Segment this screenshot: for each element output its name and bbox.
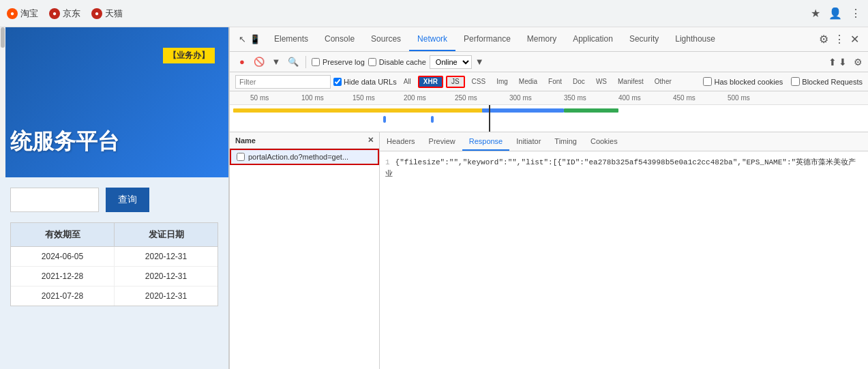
jd-icon: ● (49, 8, 60, 19)
request-list-pane: Name ✕ portalAction.do?method=get... (230, 132, 380, 369)
devtools-tabs: ↖ 📱 Elements Console Sources Network Per… (230, 27, 868, 52)
devtools-settings-icons: ⚙ ⋮ ✕ (819, 33, 865, 46)
search-row: 查询 (10, 188, 218, 212)
bookmark-tmall[interactable]: ● 天猫 (91, 8, 123, 20)
filter-doc-btn[interactable]: Doc (569, 76, 589, 88)
device-icon[interactable]: 📱 (250, 34, 260, 44)
filter-icon[interactable]: ▼ (269, 55, 283, 69)
col-issue-date: 发证日期 (115, 223, 218, 246)
record-button[interactable]: ● (235, 55, 249, 69)
filter-xhr-btn[interactable]: XHR (418, 76, 443, 88)
hide-data-urls-label[interactable]: Hide data URLs (333, 78, 397, 86)
tab-initiator[interactable]: Initiator (509, 132, 548, 151)
menu-icon[interactable]: ⋮ (850, 7, 861, 20)
tab-cookies[interactable]: Cookies (584, 132, 625, 151)
request-name-0: portalAction.do?method=get... (248, 153, 372, 161)
jd-label: 京东 (63, 8, 80, 20)
blocked-requests-checkbox[interactable] (791, 77, 800, 86)
bookmark-jd[interactable]: ● 京东 (49, 8, 80, 20)
has-blocked-checkbox[interactable] (703, 77, 712, 86)
tick-400ms: 400 ms (618, 94, 641, 102)
devtools-settings-icon[interactable]: ⚙ (819, 33, 828, 46)
filter-font-btn[interactable]: Font (544, 76, 566, 88)
filter-css-btn[interactable]: CSS (468, 76, 490, 88)
tab-network[interactable]: Network (409, 27, 455, 51)
tab-lighthouse[interactable]: Lighthouse (667, 27, 723, 51)
separator-1 (305, 56, 306, 68)
upload-icon[interactable]: ⬆ (828, 57, 837, 68)
cell-expiry-1: 2021-12-28 (11, 267, 115, 286)
page-title: 统服务平台 (10, 127, 119, 157)
tick-250ms: 250 ms (455, 94, 477, 102)
clear-button[interactable]: 🚫 (252, 55, 266, 69)
bookmark-star-icon[interactable]: ★ (811, 7, 820, 20)
tab-response[interactable]: Response (462, 132, 510, 151)
filter-ws-btn[interactable]: WS (592, 76, 611, 88)
tab-preview[interactable]: Preview (422, 132, 462, 151)
tick-100ms: 100 ms (301, 94, 324, 102)
time-marker (489, 105, 490, 132)
disable-cache-checkbox[interactable] (368, 58, 376, 66)
preserve-log-label[interactable]: Preserve log (312, 58, 365, 66)
search-button[interactable]: 查询 (106, 188, 149, 212)
tab-elements[interactable]: Elements (266, 27, 316, 51)
tab-application[interactable]: Application (565, 27, 621, 51)
request-item-0[interactable]: portalAction.do?method=get... (230, 149, 379, 165)
bookmark-taobao[interactable]: ● 淘宝 (7, 8, 38, 20)
tick-500ms: 500 ms (728, 94, 750, 102)
name-column-header: Name (235, 136, 256, 145)
timeline-bar-yellow (233, 108, 485, 113)
tab-timing[interactable]: Timing (548, 132, 584, 151)
close-panel-icon[interactable]: ✕ (368, 136, 374, 145)
filter-other-btn[interactable]: Other (650, 76, 676, 88)
scroll-thumb (1, 27, 5, 48)
filter-bar: Hide data URLs All XHR JS CSS Img Media … (230, 72, 868, 91)
devtools-panel: ↖ 📱 Elements Console Sources Network Per… (228, 27, 868, 369)
col-expiry: 有效期至 (11, 223, 115, 246)
page-header: 【业务办】 统服务平台 (0, 27, 228, 177)
search-input[interactable] (10, 188, 99, 212)
filter-media-btn[interactable]: Media (515, 76, 541, 88)
indicator-1 (383, 116, 386, 123)
header-badge: 【业务办】 (163, 48, 215, 63)
tab-performance[interactable]: Performance (455, 27, 519, 51)
tab-console[interactable]: Console (316, 27, 363, 51)
cell-expiry-0: 2024-06-05 (11, 247, 115, 266)
tick-450ms: 450 ms (673, 94, 695, 102)
search-icon[interactable]: 🔍 (286, 55, 300, 69)
profile-icon[interactable]: 👤 (828, 7, 842, 20)
filter-all-btn[interactable]: All (400, 76, 415, 88)
tab-headers[interactable]: Headers (380, 132, 422, 151)
blocked-requests-label[interactable]: Blocked Requests (791, 77, 863, 86)
download-icon[interactable]: ⬇ (839, 57, 847, 68)
content-area: 查询 有效期至 发证日期 2024-06-05 2020-12-31 2021-… (0, 177, 228, 369)
throttle-dropdown-icon[interactable]: ▼ (475, 57, 484, 67)
devtools-close-icon[interactable]: ✕ (850, 33, 859, 46)
main-area: 【业务办】 统服务平台 查询 有效期至 发证日期 2024-06-05 2020… (0, 27, 868, 369)
cursor-icon[interactable]: ↖ (239, 34, 246, 44)
devtools-more-icon[interactable]: ⋮ (834, 33, 845, 46)
filter-img-btn[interactable]: Img (492, 76, 512, 88)
request-checkbox-0[interactable] (237, 153, 245, 161)
scroll-indicator (0, 27, 5, 177)
tab-security[interactable]: Security (621, 27, 667, 51)
browser-icons-right: ★ 👤 ⋮ (811, 7, 861, 20)
filter-manifest-btn[interactable]: Manifest (614, 76, 648, 88)
hide-data-urls-checkbox[interactable] (333, 78, 342, 86)
browser-bookmarks: ● 淘宝 ● 京东 ● 天猫 (7, 8, 803, 20)
preserve-log-checkbox[interactable] (312, 58, 320, 66)
cell-expiry-2: 2021-07-28 (11, 286, 115, 306)
filter-input[interactable] (235, 75, 331, 89)
filter-js-btn[interactable]: JS (446, 76, 465, 88)
network-toolbar: ● 🚫 ▼ 🔍 Preserve log Disable cache Onlin… (230, 52, 868, 72)
network-settings-icon[interactable]: ⚙ (854, 57, 863, 68)
tick-350ms: 350 ms (564, 94, 586, 102)
disable-cache-label[interactable]: Disable cache (368, 58, 426, 66)
throttle-select[interactable]: Online (430, 55, 472, 69)
tmall-label: 天猫 (105, 8, 123, 20)
cell-issue-0: 2020-12-31 (115, 247, 218, 266)
has-blocked-label[interactable]: Has blocked cookies (703, 77, 783, 86)
tab-sources[interactable]: Sources (363, 27, 409, 51)
tab-memory[interactable]: Memory (519, 27, 565, 51)
taobao-icon: ● (7, 8, 18, 19)
